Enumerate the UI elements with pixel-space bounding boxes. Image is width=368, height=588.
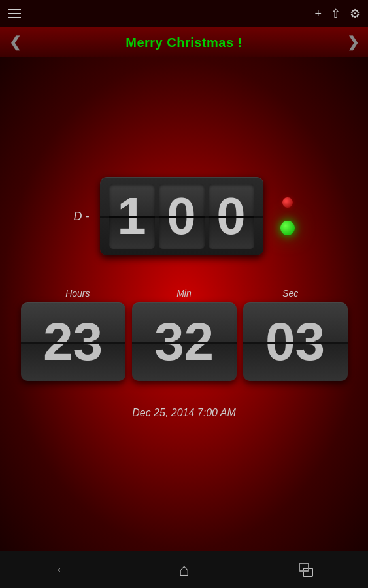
main-content: D - 1 0 0 Hours Min Sec 23 32 03 Dec 25,…: [0, 57, 368, 551]
recents-button[interactable]: [299, 563, 313, 577]
target-date: Dec 25, 2014 7:00 AM: [132, 407, 236, 419]
toolbar: + ⇧ ⚙: [0, 0, 368, 27]
back-button[interactable]: [55, 561, 69, 578]
time-section: Hours Min Sec 23 32 03: [21, 288, 348, 381]
time-displays: 23 32 03: [21, 302, 348, 381]
days-digit-3: 0: [209, 184, 254, 249]
days-digit-2: 0: [159, 184, 205, 249]
led-red: [282, 197, 293, 208]
menu-icon[interactable]: [8, 9, 21, 18]
home-button[interactable]: ⌂: [179, 560, 190, 580]
hours-display: 23: [21, 302, 125, 381]
days-section: D - 1 0 0: [74, 177, 295, 255]
days-flip-display: 1 0 0: [100, 177, 263, 255]
share-icon[interactable]: ⇧: [331, 7, 341, 21]
sec-display: 03: [243, 302, 348, 381]
toolbar-left: [8, 9, 21, 18]
led-green: [280, 221, 295, 235]
nav-title: Merry Christmas !: [125, 35, 243, 50]
prev-arrow[interactable]: ❮: [9, 34, 21, 51]
toolbar-right: + ⇧ ⚙: [314, 7, 360, 21]
min-label: Min: [131, 288, 236, 299]
days-label: D -: [74, 210, 90, 223]
sec-label: Sec: [238, 288, 343, 299]
bottom-nav: ⌂: [0, 551, 368, 588]
days-digit-1: 1: [109, 184, 155, 249]
navbar: ❮ Merry Christmas ! ❯: [0, 27, 368, 57]
min-display: 32: [132, 302, 237, 381]
add-icon[interactable]: +: [314, 7, 322, 21]
next-arrow[interactable]: ❯: [347, 34, 359, 51]
settings-icon[interactable]: ⚙: [350, 7, 360, 21]
led-container: [280, 197, 295, 235]
hours-label: Hours: [25, 288, 130, 299]
time-labels: Hours Min Sec: [21, 288, 348, 299]
